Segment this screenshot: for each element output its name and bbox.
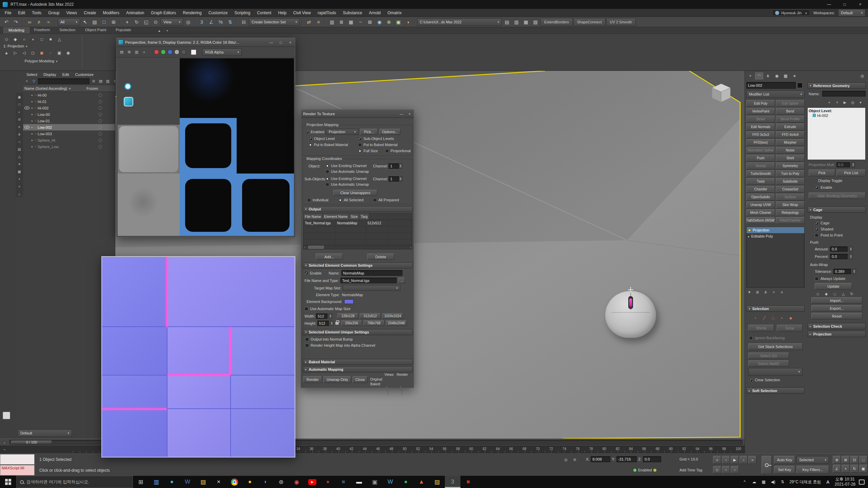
key-filters-button[interactable]: Key Filters... — [796, 466, 829, 474]
pick-reference-icon[interactable]: ▶ — [842, 99, 848, 105]
modifier-button[interactable]: Sweep — [746, 162, 775, 169]
next-key-icon[interactable]: › — [731, 466, 739, 473]
alpha-channel-icon[interactable] — [181, 49, 186, 55]
selection-filter-dropdown[interactable]: All — [58, 18, 80, 26]
viewport-layout-tab[interactable] — [3, 412, 10, 419]
row-hi-002[interactable]: ● ○ Hi-002 — [23, 105, 115, 111]
border-subobject-icon[interactable]: □ — [770, 315, 776, 321]
visibility-eye-icon[interactable] — [24, 126, 29, 129]
selection-lock-icon[interactable]: ⊘ — [572, 456, 578, 463]
close-button-rtt[interactable]: Close — [353, 376, 368, 383]
baked-render-radio[interactable] — [401, 390, 402, 395]
modifier-button[interactable]: Morpher — [776, 139, 805, 146]
snaps-toggle-icon[interactable]: 3 — [197, 18, 206, 26]
size-preset-button[interactable]: 512x512 — [360, 313, 381, 319]
file-explorer-icon[interactable]: ▨ — [195, 476, 211, 488]
reference-coordsys-dropdown[interactable]: View — [161, 18, 183, 26]
object-channel-field[interactable] — [389, 163, 399, 169]
height-alpha-checkbox[interactable] — [305, 344, 309, 347]
menu-item[interactable]: Animation — [123, 9, 147, 17]
key-mode-icon[interactable]: ◇ — [713, 466, 721, 473]
clear-unwrappers-button[interactable]: Clear Unwrappers — [333, 190, 377, 196]
asset-library-icon[interactable]: ▤ — [502, 18, 511, 26]
modifier-button[interactable]: CreaseSet — [776, 186, 805, 193]
rtt-title-bar[interactable]: Render To Texture — × — [301, 110, 414, 118]
menu-item[interactable]: Group — [45, 9, 63, 17]
hide-working-geometry-button[interactable]: Hide Working Geometry — [809, 192, 866, 199]
extendborders-button[interactable]: ExtendBorders — [540, 18, 573, 26]
curve-editor-icon[interactable]: ~ — [356, 18, 365, 26]
search-filter-icon[interactable]: ▽ — [31, 78, 37, 84]
tab-modeling[interactable]: Modeling — [3, 27, 29, 34]
mini-curve-editor-icon[interactable]: ~ — [1, 447, 7, 453]
cage-rollout-header[interactable]: Cage — [807, 206, 866, 213]
clear-search-icon[interactable]: × — [24, 78, 30, 84]
menu-item[interactable]: Tools — [28, 9, 45, 17]
size-preset-button[interactable]: 1024x1024 — [382, 313, 403, 319]
sub-object-levels-checkbox[interactable] — [358, 137, 362, 141]
shrink-button[interactable]: Shrink — [748, 325, 774, 331]
output-column-header[interactable]: Element Name — [323, 214, 349, 220]
3dsmax-app-icon[interactable]: 3 — [445, 476, 460, 488]
delete-reference-icon[interactable]: × — [834, 99, 840, 105]
height-field[interactable] — [317, 321, 329, 326]
output-rollout-header[interactable]: Output — [303, 206, 413, 212]
modifier-button[interactable]: VertexPaint — [746, 108, 775, 115]
height-spinner[interactable] — [330, 321, 334, 326]
explorer-search-input[interactable] — [38, 78, 90, 84]
edge-app-icon[interactable]: ● — [164, 476, 180, 488]
vertex-subobject-icon[interactable]: • — [752, 315, 758, 321]
taskbar-search[interactable] — [16, 476, 133, 488]
spinner-snap-icon[interactable]: ⇅ — [226, 18, 235, 26]
sub-channel-spinner[interactable] — [399, 176, 402, 182]
go-start-button[interactable]: « — [713, 456, 721, 464]
red-channel-icon[interactable] — [154, 49, 159, 55]
modifier-button[interactable]: Unwrap UVW — [746, 201, 775, 208]
scroll-right-icon[interactable]: › — [410, 246, 411, 249]
defender-icon[interactable]: ▦ — [760, 480, 767, 484]
always-update-checkbox[interactable] — [815, 277, 818, 281]
modifier-button[interactable]: Chamfer — [746, 186, 775, 193]
custom-tool-icon-3[interactable]: ▧ — [531, 18, 540, 26]
push-percent-field[interactable] — [830, 254, 848, 259]
element-background-swatch[interactable] — [344, 299, 354, 304]
menu-item[interactable]: Arnold — [366, 9, 384, 17]
motion-tab-icon[interactable]: ◉ — [773, 73, 781, 79]
name-column-header[interactable]: Name (Sorted Ascending) — [24, 86, 67, 90]
original-views-radio[interactable] — [387, 385, 387, 390]
put-baked-material-sub-radio[interactable] — [358, 143, 362, 147]
material-editor-icon[interactable]: ◉ — [375, 18, 384, 26]
window-crossing-icon[interactable]: ⊞ — [109, 18, 118, 26]
spacewarp-filter-icon[interactable]: ≈ — [16, 183, 22, 189]
menu-item[interactable]: Customize — [205, 9, 231, 17]
rendered-frame-window[interactable]: Perspective, frame 0, Display Gamma: 2.2… — [116, 38, 295, 237]
import-button[interactable]: Import... — [811, 297, 862, 304]
polygon-subobject-icon[interactable]: ▪ — [779, 315, 785, 321]
modifier-button[interactable]: Shell — [776, 155, 805, 162]
size-preset-button[interactable]: 2048x2048 — [386, 320, 407, 326]
explorer-menu-item[interactable]: Select — [24, 72, 40, 77]
reference-geometry-rollout-header[interactable]: Reference Geometry — [807, 82, 866, 89]
user-account-button[interactable]: Hyunsuk Jin — [772, 9, 810, 16]
make-unique-icon[interactable]: ⋔ — [763, 289, 769, 295]
macro-recorder-field[interactable] — [0, 454, 35, 465]
object-filter-icon[interactable]: ○ — [16, 139, 22, 145]
cage-vertex-icon[interactable]: ◇ — [815, 291, 821, 297]
explorer-menu-item[interactable]: Edit — [60, 72, 72, 77]
output-add-button[interactable]: Add... — [316, 253, 343, 260]
chrome-icon[interactable] — [226, 476, 242, 488]
row-sphere-hi[interactable]: ● ○ Sphere_Hi — [23, 137, 115, 143]
projection-modifier-dropdown[interactable]: Projection — [326, 129, 358, 135]
save-image-icon[interactable]: ▤ — [119, 49, 125, 55]
select-scale-icon[interactable]: ◱ — [142, 18, 151, 26]
lock-explorer-icon[interactable]: ⊘ — [91, 78, 97, 84]
cage-element-icon[interactable]: △ — [840, 291, 846, 297]
task-view-icon[interactable]: ⊞ — [133, 476, 149, 488]
schematic-view-icon[interactable]: ⊠ — [366, 18, 374, 26]
auto-key-button[interactable]: Auto Key — [774, 456, 795, 464]
output-horizontal-scrollbar[interactable]: ‹› — [303, 245, 412, 249]
set-keys-button[interactable] — [762, 456, 772, 474]
pm-enabled-checkbox[interactable] — [305, 130, 309, 134]
modifier-button[interactable]: Normalize Spline — [746, 147, 775, 154]
green-channel-icon[interactable] — [161, 49, 166, 55]
